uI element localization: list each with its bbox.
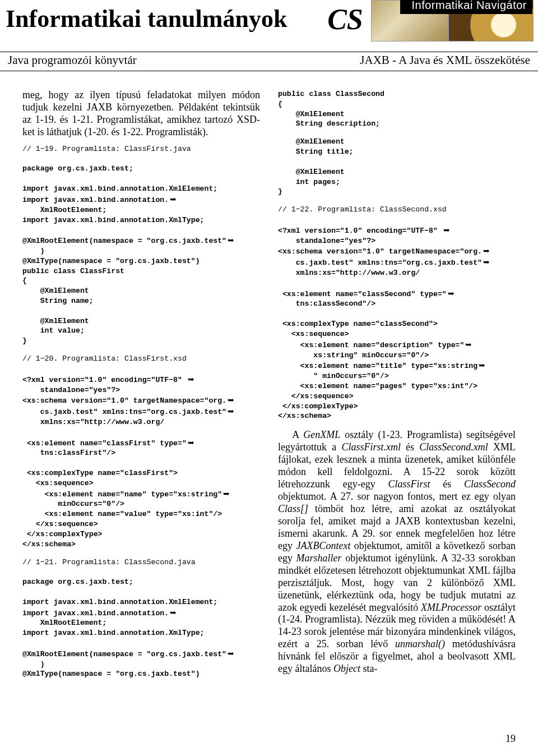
- listing-1-22: // 1−22. Programlista: ClassSecond.xsd <…: [278, 205, 516, 421]
- running-head-right: JAXB - A Java és XML összekötése: [360, 53, 530, 67]
- page-header-banner: Informatikai tanulmányok CS Informatikai…: [0, 0, 538, 52]
- journal-title: Informatikai tanulmányok: [6, 4, 287, 33]
- running-head-left: Java programozói könyvtár: [8, 53, 137, 67]
- running-head: Java programozói könyvtár JAXB - A Java …: [0, 52, 538, 71]
- page-number: 19: [505, 733, 516, 745]
- listing-1-20: // 1−20. Programlista: ClassFirst.xsd <?…: [22, 354, 260, 549]
- closing-paragraph: A GenXML osztály (1-23. Programlista) se…: [278, 429, 516, 675]
- logo-cs: CS: [319, 0, 371, 40]
- listing-1-21-tail: @XmlElement String title; @XmlElement in…: [278, 137, 516, 197]
- intro-paragraph: meg, hogy az ilyen típusú feladatokat mi…: [22, 89, 260, 139]
- body-columns: meg, hogy az ilyen típusú feladatokat mi…: [0, 71, 538, 680]
- banner-navigator-label: Informatikai Navigátor: [400, 0, 532, 14]
- listing-1-19: // 1−19. Programlista: ClassFirst.java p…: [22, 144, 260, 346]
